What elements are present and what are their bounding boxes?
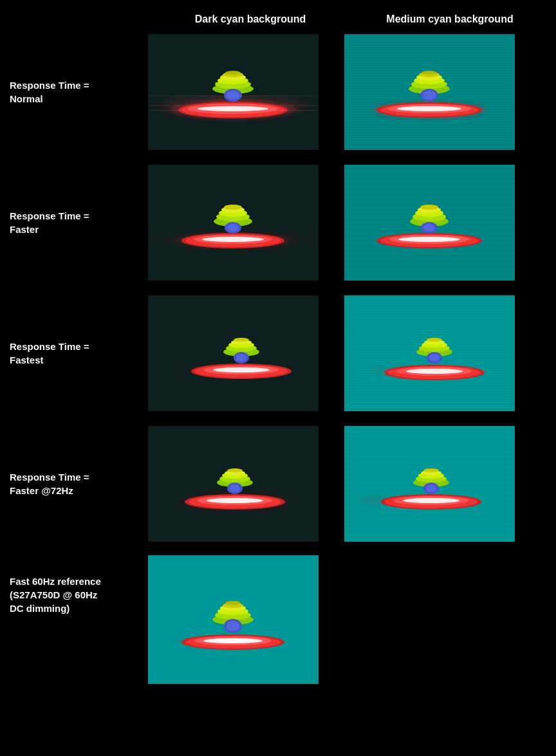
svg-point-91: [429, 354, 440, 362]
svg-rect-20: [148, 110, 319, 111]
svg-point-89: [427, 338, 442, 342]
image-normal-dark: [148, 34, 319, 150]
image-faster-dark: [148, 165, 319, 281]
image-fastest-dark: [148, 295, 319, 411]
svg-point-27: [397, 106, 461, 111]
label-faster: Response Time =Faster: [0, 209, 148, 236]
image-faster72-medium: [344, 426, 515, 542]
image-normal-medium: [344, 34, 515, 150]
svg-point-16: [154, 106, 219, 112]
row-faster: Response Time =Faster: [0, 163, 556, 282]
svg-point-120: [357, 497, 415, 504]
svg-point-57: [398, 237, 460, 242]
svg-point-49: [227, 224, 239, 232]
image-reference: [148, 555, 319, 684]
row-normal: Response Time =Normal: [0, 33, 556, 152]
svg-point-127: [203, 638, 263, 643]
svg-point-106: [230, 484, 240, 492]
svg-point-136: [171, 638, 209, 643]
image-faster72-dark: [148, 426, 319, 542]
svg-point-117: [423, 468, 439, 472]
svg-point-104: [227, 468, 243, 472]
label-fastest: Response Time =Fastest: [0, 340, 148, 367]
label-reference: Fast 60Hz reference(S27A750D @ 60HzDC di…: [0, 555, 148, 615]
images-normal: [148, 34, 515, 150]
svg-point-64: [423, 224, 435, 232]
svg-point-51: [252, 236, 314, 243]
row-reference: Fast 60Hz reference(S27A750D @ 60HzDC di…: [0, 555, 556, 684]
svg-point-17: [248, 106, 312, 112]
svg-point-92: [370, 367, 415, 375]
image-faster-medium: [344, 165, 515, 281]
svg-point-99: [207, 498, 263, 503]
svg-point-33: [422, 71, 437, 75]
dark-cyan-header: Dark cyan background: [163, 13, 337, 26]
header-row: Dark cyan background Medium cyan backgro…: [0, 13, 556, 26]
svg-point-78: [236, 354, 246, 362]
image-fastest-medium: [344, 295, 515, 411]
svg-point-133: [225, 601, 241, 605]
svg-point-71: [177, 367, 222, 373]
images-faster-72hz: [148, 426, 515, 542]
page-container: Dark cyan background Medium cyan backgro…: [0, 0, 556, 697]
label-faster-72hz: Response Time =Faster @72Hz: [0, 470, 148, 497]
images-fastest: [148, 295, 515, 411]
svg-point-50: [153, 236, 214, 243]
svg-point-13: [225, 71, 241, 75]
images-faster: [148, 165, 515, 281]
svg-rect-19: [148, 105, 319, 106]
svg-point-135: [227, 621, 239, 631]
svg-point-76: [234, 338, 249, 342]
svg-point-35: [423, 91, 436, 100]
label-normal: Response Time =Normal: [0, 78, 148, 106]
row-fastest: Response Time =Fastest: [0, 294, 556, 413]
svg-point-119: [426, 484, 436, 492]
row-faster-72hz: Response Time =Faster @72Hz: [0, 425, 556, 544]
medium-cyan-header: Medium cyan background: [363, 13, 537, 26]
svg-rect-18: [148, 95, 319, 97]
svg-point-47: [224, 205, 242, 210]
svg-point-62: [420, 205, 438, 210]
